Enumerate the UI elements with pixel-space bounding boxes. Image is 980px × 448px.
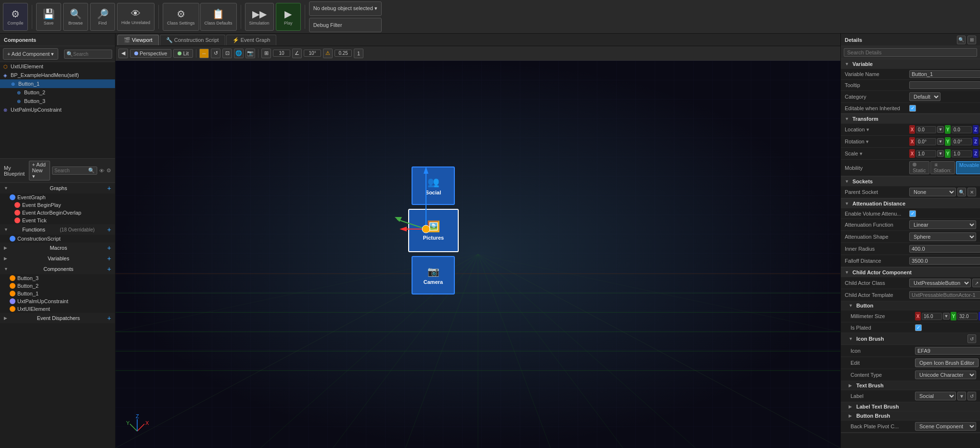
- bp-comp-button2[interactable]: Button_2: [0, 282, 115, 290]
- bp-comp-uxtui[interactable]: UxtUIElement: [0, 305, 115, 313]
- vp-world-btn[interactable]: 🌐: [234, 49, 244, 58]
- parent-socket-search-btn[interactable]: 🔍: [957, 188, 966, 196]
- vp-camera-btn[interactable]: 📷: [245, 49, 255, 58]
- location-x-input[interactable]: [916, 126, 936, 133]
- social-card[interactable]: 👥 Social: [412, 166, 455, 205]
- class-defaults-button[interactable]: 📋 Class Defaults: [200, 3, 237, 31]
- components-search-box[interactable]: 🔍: [64, 50, 112, 59]
- snap-input[interactable]: [273, 50, 290, 57]
- play-button[interactable]: ▶ Play: [276, 3, 301, 31]
- tab-viewport[interactable]: 🎬 Viewport: [117, 35, 159, 45]
- rotation-x-input[interactable]: [916, 138, 936, 145]
- functions-section-header[interactable]: ▼ Functions (18 Overridable) +: [0, 224, 115, 235]
- rotation-x-btn[interactable]: ▼: [937, 138, 944, 145]
- components-bp-add-btn[interactable]: +: [107, 265, 111, 273]
- attenuation-function-dropdown[interactable]: Linear: [909, 220, 976, 229]
- label-expand-btn[interactable]: ▼: [957, 392, 966, 400]
- hide-unrelated-button[interactable]: 👁 Hide Unrelated: [117, 3, 155, 31]
- add-component-button[interactable]: + Add Component ▾: [3, 48, 58, 60]
- tree-item-uxtui[interactable]: ⬡ UxtUIElement: [0, 62, 115, 71]
- vp-lit-btn[interactable]: Lit: [173, 49, 193, 58]
- mm-x-input[interactable]: [922, 313, 942, 320]
- vp-scale-btn[interactable]: ⊡: [222, 49, 232, 58]
- open-icon-brush-editor-button[interactable]: Open Icon Brush Editor: [915, 358, 979, 367]
- my-blueprint-search-box[interactable]: 🔍: [52, 166, 97, 175]
- my-blueprint-search-input[interactable]: [54, 168, 88, 173]
- location-x-btn[interactable]: ▼: [937, 126, 944, 133]
- vp-snap-icon[interactable]: ⊞: [261, 49, 271, 58]
- graphs-section-header[interactable]: ▼ Graphs +: [0, 183, 115, 193]
- is-plated-checkbox[interactable]: ✓: [915, 324, 922, 331]
- button-brush-header[interactable]: ▶ Button Brush: [841, 411, 980, 421]
- tree-item-constraint[interactable]: ⊗ UxtPalmUpConstraint: [0, 105, 115, 114]
- tree-item-button3[interactable]: ⊕ Button_3: [0, 97, 115, 105]
- functions-add-btn[interactable]: +: [107, 226, 111, 233]
- vp-angle-icon[interactable]: ∠: [292, 49, 302, 58]
- enable-attenuation-checkbox[interactable]: ✓: [909, 210, 916, 217]
- compile-button[interactable]: ⚙ Compile: [3, 3, 28, 31]
- text-brush-header[interactable]: ▶ Text Brush: [841, 381, 980, 390]
- scale-input[interactable]: [335, 50, 352, 57]
- falloff-input[interactable]: [909, 257, 980, 265]
- variables-section-header[interactable]: ▶ Variables +: [0, 253, 115, 264]
- viewport-3d[interactable]: 👥 Social 🖼️ Pictures 📷 Camera: [116, 61, 840, 448]
- my-blueprint-eye-icon[interactable]: 👁: [99, 168, 104, 174]
- event-dispatchers-section-header[interactable]: ▶ Event Dispatchers +: [0, 313, 115, 323]
- vp-translate-btn[interactable]: ↔: [199, 49, 209, 58]
- bp-comp-button1[interactable]: Button_1: [0, 290, 115, 297]
- scale-x-btn[interactable]: ▼: [937, 150, 944, 157]
- save-button[interactable]: 💾 Save: [36, 3, 61, 31]
- content-type-dropdown[interactable]: Unicode Character: [915, 371, 976, 379]
- label-dropdown[interactable]: Social: [915, 392, 956, 400]
- graphs-add-btn[interactable]: +: [107, 184, 111, 192]
- rotation-y-input[interactable]: [952, 138, 972, 145]
- static-btn[interactable]: Static: [909, 161, 929, 174]
- icon-input[interactable]: [915, 347, 980, 355]
- angle-input[interactable]: [304, 50, 321, 57]
- simulation-button[interactable]: ▶▶ Simulation: [245, 3, 274, 31]
- actor-class-browse-btn[interactable]: ↗: [972, 279, 980, 287]
- location-y-input[interactable]: [952, 126, 972, 133]
- tree-item-button2[interactable]: ⊕ Button_2: [0, 88, 115, 97]
- bp-item-beginplay[interactable]: Event BeginPlay: [0, 201, 115, 209]
- label-text-brush-header[interactable]: ▶ Label Text Brush: [841, 402, 980, 411]
- button-subsection-header[interactable]: ▼ Button: [841, 301, 980, 310]
- vp-perspective-btn[interactable]: Perspective: [130, 49, 171, 58]
- attenuation-shape-dropdown[interactable]: Sphere: [909, 232, 976, 241]
- scale-y-input[interactable]: [952, 150, 972, 157]
- tooltip-input[interactable]: [909, 81, 980, 89]
- macros-add-btn[interactable]: +: [107, 244, 111, 252]
- category-dropdown[interactable]: Default: [909, 92, 941, 101]
- inner-radius-input[interactable]: [909, 245, 980, 253]
- vp-one-btn[interactable]: 1: [354, 49, 363, 58]
- debug-filter-label-btn[interactable]: Debug Filter: [309, 18, 382, 32]
- variables-add-btn[interactable]: +: [107, 255, 111, 262]
- parent-socket-dropdown[interactable]: None: [909, 188, 956, 196]
- browse-button[interactable]: 🔍 Browse: [63, 3, 88, 31]
- child-actor-section-header[interactable]: ▼ Child Actor Component: [841, 268, 980, 277]
- event-dispatchers-add-btn[interactable]: +: [107, 314, 111, 322]
- attenuation-section-header[interactable]: ▼ Attenuation Distance: [841, 199, 980, 208]
- details-search-input[interactable]: [844, 48, 977, 57]
- tab-event-graph[interactable]: ⚡ Event Graph: [226, 35, 277, 45]
- details-search-icon[interactable]: 🔍: [957, 36, 966, 44]
- tree-item-button1[interactable]: ⊕ Button_1: [0, 79, 115, 88]
- mm-y-input[interactable]: [957, 313, 978, 320]
- movable-btn[interactable]: Movable: [956, 161, 980, 174]
- sockets-section-header[interactable]: ▼ Sockets: [841, 177, 980, 186]
- debug-filter-dropdown[interactable]: No debug object selected ▾: [309, 1, 382, 16]
- my-blueprint-add-button[interactable]: + Add New ▾: [29, 161, 51, 180]
- variable-section-header[interactable]: ▼ Variable: [841, 59, 980, 69]
- transform-section-header[interactable]: ▼ Transform: [841, 114, 980, 124]
- vp-rotate-btn[interactable]: ↺: [211, 49, 220, 58]
- camera-card[interactable]: 📷 Camera: [412, 256, 455, 294]
- bp-item-eventgraph[interactable]: EventGraph: [0, 193, 115, 201]
- vp-left-arrow[interactable]: ◀: [118, 49, 128, 58]
- find-button[interactable]: 🔎 Find: [90, 3, 115, 31]
- my-blueprint-settings-icon[interactable]: ⚙: [106, 167, 111, 174]
- bp-item-actoroverlap[interactable]: Event ActorBeginOverlap: [0, 209, 115, 217]
- tab-construction[interactable]: 🔧 Construction Script: [160, 35, 225, 45]
- class-settings-button[interactable]: ⚙ Class Settings: [163, 3, 199, 31]
- label-reset-btn[interactable]: ↺: [967, 392, 976, 400]
- vp-warn-icon[interactable]: ⚠: [323, 49, 333, 58]
